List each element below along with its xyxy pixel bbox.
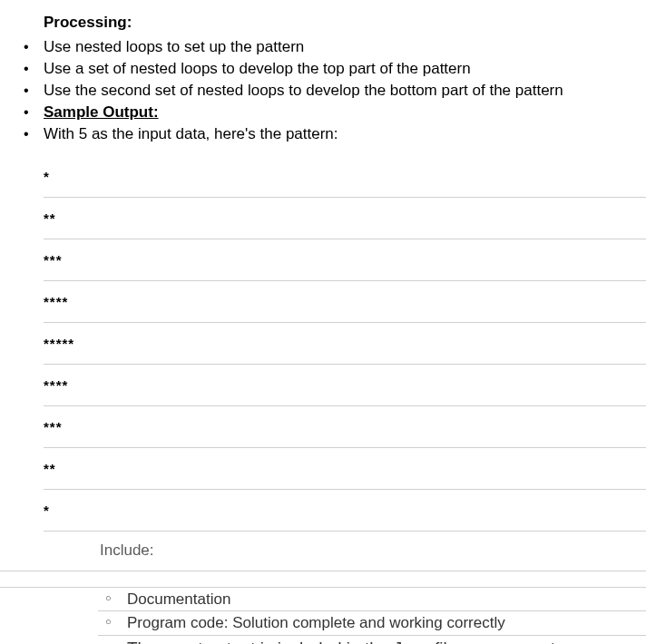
bullet-item: Use the second set of nested loops to de… xyxy=(18,81,646,102)
sample-output-label: Sample Output: xyxy=(44,103,159,121)
pattern-line: **** xyxy=(44,281,646,323)
processing-heading: Processing: xyxy=(0,14,646,32)
pattern-line: * xyxy=(44,490,646,532)
pattern-line: *** xyxy=(44,406,646,448)
pattern-line: * xyxy=(44,156,646,198)
include-sub-list: Documentation Program code: Solution com… xyxy=(0,588,646,644)
pattern-line: ***** xyxy=(44,323,646,365)
include-item: Program code: Solution complete and work… xyxy=(98,611,646,636)
pattern-line: ** xyxy=(44,448,646,490)
pattern-line: *** xyxy=(44,239,646,281)
include-item: Documentation xyxy=(98,588,646,612)
pattern-line: **** xyxy=(44,365,646,406)
pattern-output-area: * ** *** **** ***** **** *** ** * xyxy=(0,156,646,532)
pattern-line: ** xyxy=(44,198,646,239)
spacer xyxy=(0,571,646,588)
include-heading: Include: xyxy=(0,532,646,571)
bullet-item-sample-output: Sample Output: xyxy=(18,102,646,123)
processing-bullet-list: Use nested loops to set up the pattern U… xyxy=(0,37,646,145)
bullet-item: Use nested loops to set up the pattern xyxy=(18,37,646,58)
include-item: The exact output is included in the Java… xyxy=(98,636,646,644)
bullet-item: Use a set of nested loops to develop the… xyxy=(18,59,646,80)
bullet-item-intro: With 5 as the input data, here's the pat… xyxy=(18,124,646,145)
